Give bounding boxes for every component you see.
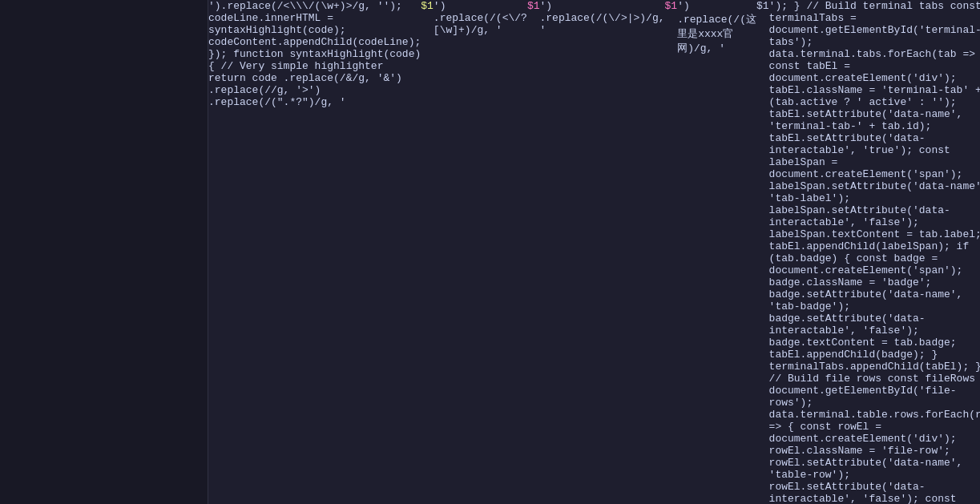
sidebar [0,0,208,504]
section-title [0,3,208,11]
